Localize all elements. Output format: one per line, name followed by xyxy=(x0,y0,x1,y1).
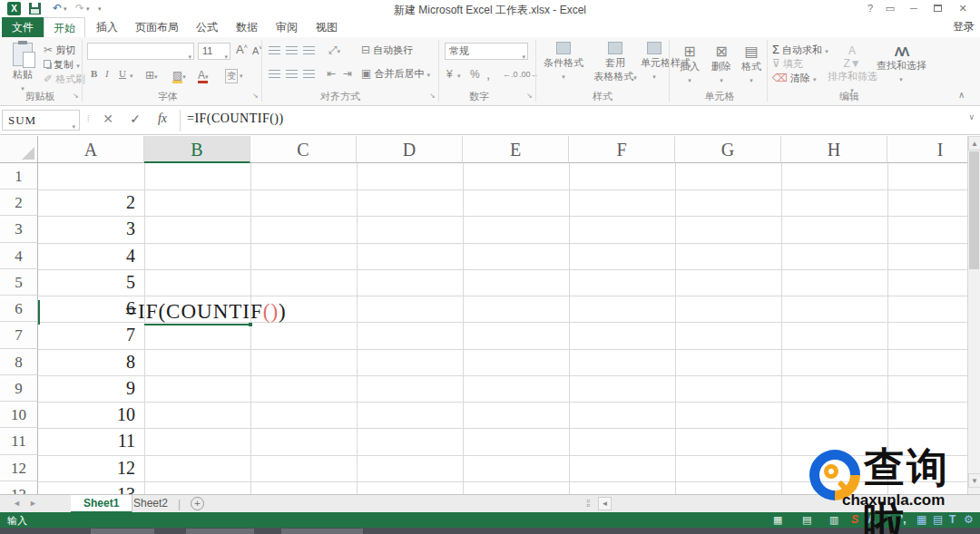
bold-button[interactable]: B xyxy=(91,68,97,79)
tab-home[interactable]: 开始 xyxy=(44,17,85,37)
column-header-H[interactable]: H xyxy=(781,136,887,163)
cell-A5[interactable]: 5 xyxy=(38,269,135,296)
formula-bar-split-handle[interactable]: ⁞ xyxy=(87,114,89,123)
cell-A10[interactable]: 10 xyxy=(38,402,135,428)
increase-indent-icon[interactable]: ⇥ xyxy=(343,67,352,80)
cell-b1-edit-text[interactable]: =IF(COUNTIF()) xyxy=(125,300,287,324)
cell-A3[interactable]: 3 xyxy=(38,216,135,242)
tab-data[interactable]: 数据 xyxy=(227,17,267,37)
italic-button[interactable]: I xyxy=(105,68,109,79)
taskbar-button[interactable] xyxy=(281,529,363,534)
ribbon-display-options-icon[interactable]: ▭ xyxy=(880,2,900,15)
underline-button[interactable]: U xyxy=(119,68,126,79)
copy-button[interactable]: 复制 ▾ xyxy=(44,58,80,72)
insert-function-icon[interactable]: fx xyxy=(152,112,172,126)
delete-cells-button[interactable]: ⊠ 删除▾ xyxy=(707,43,736,84)
find-select-button[interactable]: ΛΛ 查找和选择▾ xyxy=(877,44,926,83)
column-header-B[interactable]: B xyxy=(144,136,250,163)
cell-A11[interactable]: 11 xyxy=(38,428,135,454)
number-dialog-launcher-icon[interactable]: ↘ xyxy=(526,92,533,100)
align-right-button[interactable] xyxy=(303,69,315,80)
paste-button[interactable]: 粘贴 ▾ xyxy=(5,43,40,92)
row-header-2[interactable]: 2 xyxy=(0,189,38,216)
cell-A6[interactable]: 6 xyxy=(38,296,135,322)
tab-review[interactable]: 审阅 xyxy=(267,17,307,37)
cell-A9[interactable]: 9 xyxy=(38,375,135,402)
underline-dropdown-icon[interactable]: ▾ xyxy=(130,73,133,80)
align-top-button[interactable] xyxy=(269,45,280,56)
cell-A13[interactable]: 13 xyxy=(38,481,135,494)
alignment-dialog-launcher-icon[interactable]: ↘ xyxy=(429,92,436,100)
accounting-format-icon[interactable]: ¥ xyxy=(446,68,453,81)
tab-insert[interactable]: 插入 xyxy=(87,17,127,37)
select-all-corner[interactable] xyxy=(0,136,38,163)
minimize-icon[interactable]: ─ xyxy=(904,2,924,15)
fill-color-icon[interactable]: ▨▾ xyxy=(172,69,186,82)
comma-style-icon[interactable]: , xyxy=(486,66,490,82)
merge-center-button[interactable]: ▣ 合并后居中 ▾ xyxy=(361,67,430,81)
name-box-dropdown-icon[interactable]: ▾ xyxy=(72,118,76,137)
align-left-button[interactable] xyxy=(269,69,280,80)
font-color-icon[interactable]: A▾ xyxy=(198,69,209,82)
tab-formulas[interactable]: 公式 xyxy=(187,17,227,37)
taskbar-button[interactable] xyxy=(91,529,154,534)
column-header-C[interactable]: C xyxy=(250,136,357,163)
row-header-1[interactable]: 1 xyxy=(0,163,38,189)
cut-button[interactable]: ✂ 剪切 xyxy=(44,44,75,57)
phonetic-guide-icon[interactable]: 变 xyxy=(225,69,238,83)
decrease-indent-icon[interactable]: ⇤ xyxy=(327,67,336,80)
number-format-combobox[interactable]: 常规▾ xyxy=(445,43,528,60)
wrap-text-button[interactable]: ⊟ 自动换行 xyxy=(361,44,413,57)
confirm-entry-icon[interactable]: ✓ xyxy=(125,112,145,126)
borders-icon[interactable]: ⊞▾ xyxy=(145,69,158,82)
sheet-nav-prev-icon[interactable]: ◄ xyxy=(13,499,21,508)
help-icon[interactable]: ? xyxy=(860,2,880,15)
tab-page-layout[interactable]: 页面布局 xyxy=(127,17,187,37)
scroll-up-icon[interactable]: ▲ xyxy=(968,136,980,150)
cell-A2[interactable]: 2 xyxy=(38,189,135,216)
column-header-E[interactable]: E xyxy=(463,136,569,163)
row-header-6[interactable]: 6 xyxy=(0,296,38,322)
cell-styles-button[interactable]: 单元格样式▾ xyxy=(641,42,668,81)
increase-decimal-icon[interactable]: ←.0 xyxy=(503,70,518,79)
formula-bar-expand-icon[interactable]: ∨ xyxy=(968,112,975,121)
align-middle-button[interactable] xyxy=(286,45,298,56)
close-icon[interactable]: ✕ xyxy=(953,2,973,15)
row-header-7[interactable]: 7 xyxy=(0,322,38,348)
phonetic-dropdown-icon[interactable]: ▾ xyxy=(240,73,243,80)
autosum-button[interactable]: Σ 自动求和 ▾ xyxy=(772,43,828,57)
horizontal-split-handle[interactable]: ⁞⁞ xyxy=(586,499,590,509)
cancel-entry-icon[interactable]: ✕ xyxy=(98,112,118,126)
row-header-3[interactable]: 3 xyxy=(0,216,38,242)
row-header-10[interactable]: 10 xyxy=(0,402,38,428)
sort-filter-button[interactable]: AZ▼ 排序和筛选▾ xyxy=(828,44,877,94)
column-header-I[interactable]: I xyxy=(887,136,967,163)
orientation-icon[interactable]: ⤢▾ xyxy=(328,44,340,56)
cell-A12[interactable]: 12 xyxy=(38,455,135,481)
conditional-formatting-button[interactable]: 条件格式▾ xyxy=(542,42,585,81)
align-center-button[interactable] xyxy=(286,69,298,80)
percent-style-icon[interactable]: % xyxy=(470,68,480,81)
row-header-8[interactable]: 8 xyxy=(0,349,38,375)
sheet-tab-sheet2[interactable]: Sheet2 xyxy=(121,495,181,513)
column-header-D[interactable]: D xyxy=(357,136,463,163)
format-painter-button[interactable]: ✐ 格式刷 xyxy=(44,73,85,86)
row-header-11[interactable]: 11 xyxy=(0,428,38,454)
format-cells-button[interactable]: ▤ 格式▾ xyxy=(737,43,766,84)
grow-font-button[interactable]: A˄ xyxy=(236,43,248,56)
name-box[interactable]: SUM▾ xyxy=(2,110,80,131)
worksheet-grid[interactable]: ABCDEFGHI 122334455667788991010111112121… xyxy=(0,136,967,494)
fill-button[interactable]: ⊽ 填充 xyxy=(772,57,803,71)
cell-A8[interactable]: 8 xyxy=(38,349,135,375)
font-name-combobox[interactable]: ▾ xyxy=(87,43,194,60)
tab-view[interactable]: 视图 xyxy=(307,17,347,37)
ime-sogou-icon[interactable]: S xyxy=(851,513,858,526)
clipboard-dialog-launcher-icon[interactable]: ↘ xyxy=(73,92,79,100)
format-as-table-button[interactable]: 套用 表格格式▾ xyxy=(590,42,641,83)
cell-A4[interactable]: 4 xyxy=(38,243,135,269)
font-dialog-launcher-icon[interactable]: ↘ xyxy=(252,92,259,100)
row-header-9[interactable]: 9 xyxy=(0,375,38,402)
sign-in-link[interactable]: 登录 xyxy=(953,19,975,34)
page-layout-view-icon[interactable]: ▤ xyxy=(802,514,811,526)
formula-bar-input[interactable]: =IF(COUNTIF()) xyxy=(187,112,284,126)
